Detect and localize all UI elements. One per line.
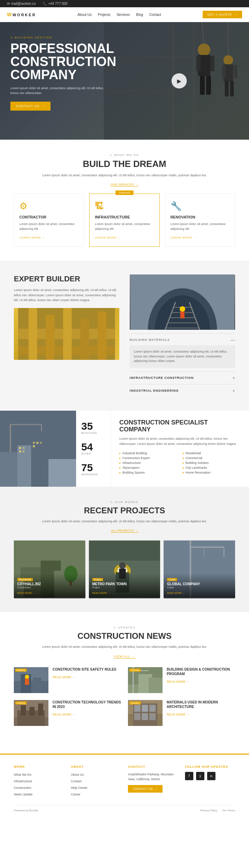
footer-news-updates[interactable]: News Update bbox=[14, 793, 33, 796]
news-read-4[interactable]: READ MORE → bbox=[167, 713, 190, 716]
nav-blog[interactable]: Blog bbox=[136, 13, 143, 17]
project-1-title: CITYHALL.BIZ bbox=[17, 582, 82, 586]
stats-title: CONSTRUCTION SPECIALIST COMPANY bbox=[119, 419, 240, 433]
news-title-4: MATERIALS USED IN MODERN ARCHITECTURE bbox=[167, 700, 235, 709]
stat-building-label: BUILDING bbox=[81, 431, 105, 435]
accordion-header-infrastructure[interactable]: INFRASTRUCTURE CONSTRUCTION + bbox=[130, 375, 235, 381]
nav-contact[interactable]: Contact bbox=[149, 13, 161, 17]
svg-rect-95 bbox=[38, 703, 43, 716]
news-desc: Lorem ipsum dolor sit amet, consectetur … bbox=[42, 644, 208, 649]
footer-link-item: Contact bbox=[71, 778, 121, 783]
stats-numbers: 35 BUILDING 54 SITES 75 WORKERS bbox=[76, 411, 111, 487]
svg-rect-57 bbox=[33, 445, 35, 447]
hero-cta-button[interactable]: CONTACT US → bbox=[10, 102, 50, 111]
project-2-title: METRO PARK TOWN bbox=[92, 582, 157, 586]
city-svg bbox=[0, 411, 76, 487]
footer-career[interactable]: Career bbox=[71, 793, 81, 796]
footer-link-item: About Us bbox=[71, 772, 121, 777]
hero-eyebrow: ◇ BUILDING SECTION bbox=[10, 36, 107, 39]
nav-projects[interactable]: Projects bbox=[98, 13, 110, 17]
accordion-header-industrial[interactable]: INDUSTRIAL ENGINEERING + bbox=[130, 388, 235, 393]
stats-city-img bbox=[0, 411, 76, 487]
infrastructure-icon: 🏗 bbox=[95, 201, 154, 212]
tunnel-svg bbox=[130, 274, 235, 330]
svg-rect-103 bbox=[142, 713, 148, 720]
svg-rect-52 bbox=[19, 450, 21, 452]
footer-contact-link[interactable]: Contact bbox=[71, 780, 82, 783]
footer-construction[interactable]: Construction bbox=[14, 786, 31, 790]
building-materials-desc: Lorem ipsum dolor sit amet, consectetur … bbox=[134, 349, 231, 364]
footer-what-we-do[interactable]: What We Do bbox=[14, 773, 31, 776]
svg-rect-100 bbox=[142, 705, 148, 712]
project-3-badge: Crane bbox=[167, 578, 177, 581]
hero-content: ◇ BUILDING SECTION PROFESSIONAL CONSTRUC… bbox=[0, 22, 118, 124]
footer-legal-links: Privacy Policy Our Terms bbox=[200, 809, 235, 812]
project-2-read-more[interactable]: READ MORE → bbox=[92, 592, 110, 594]
expert-right: BUILDING MATERIALS — Lorem ipsum dolor s… bbox=[130, 274, 235, 397]
stat-sites-label: SITES bbox=[81, 452, 105, 455]
service-card-renovation: 🔧 RENOVATION Lorem ipsum dolor sit amet,… bbox=[165, 194, 235, 247]
contractor-title: CONTRACTOR bbox=[19, 215, 79, 219]
renovation-title: RENOVATION bbox=[170, 215, 230, 219]
news-content-3: CONSTRUCTION TECHNOLOGY TRENDS IN 2023 R… bbox=[53, 700, 121, 726]
footer-social-icons: f y in bbox=[185, 772, 235, 780]
footer-powered-by: Powered by Bocidis. bbox=[14, 809, 39, 812]
play-button[interactable]: ▶ bbox=[172, 73, 187, 88]
list-item: ▸Commercial bbox=[183, 456, 241, 460]
news-read-3[interactable]: READ MORE → bbox=[53, 713, 76, 716]
view-all-link[interactable]: VIEW ALL → bbox=[113, 655, 135, 659]
view-all: VIEW ALL → bbox=[14, 654, 235, 659]
footer-col-work: WORK What We Do Infrastructure Construct… bbox=[14, 765, 64, 798]
footer-col-about: ABOUT About Us Contact Help Center Caree… bbox=[71, 765, 121, 798]
news-read-2[interactable]: READ MORE → bbox=[167, 680, 190, 683]
terms-link[interactable]: Our Terms bbox=[222, 809, 235, 812]
project-3-read-more[interactable]: READ MORE → bbox=[167, 592, 185, 594]
accordion-item-building-materials: BUILDING MATERIALS — Lorem ipsum dolor s… bbox=[130, 333, 235, 371]
eyebrow-icon: ◇ bbox=[10, 36, 13, 39]
infrastructure-desc: Lorem ipsum dolor sit amet, consectetur … bbox=[95, 222, 154, 231]
our-services-link[interactable]: OUR SERVICES → bbox=[111, 183, 139, 187]
footer-infrastructure[interactable]: Infrastructure bbox=[14, 780, 32, 783]
renovation-icon: 🔧 bbox=[170, 201, 230, 212]
footer-work-links: What We Do Infrastructure Construction N… bbox=[14, 772, 64, 796]
facebook-icon[interactable]: f bbox=[185, 772, 193, 780]
footer-about-links: About Us Contact Help Center Career bbox=[71, 772, 121, 796]
footer-contact-button[interactable]: CONTACT US → bbox=[128, 785, 163, 793]
svg-rect-87 bbox=[149, 678, 163, 693]
news-badge-2: Industry bbox=[129, 669, 141, 672]
list-item: ▸Building Solution bbox=[183, 461, 241, 465]
services-eyebrow: ◇ WHAT WE DO bbox=[14, 153, 235, 157]
nav-services[interactable]: Services bbox=[117, 13, 130, 17]
project-3-sub: Crane bbox=[167, 586, 232, 589]
accordion: BUILDING MATERIALS — Lorem ipsum dolor s… bbox=[130, 333, 235, 397]
accordion-header-building[interactable]: BUILDING MATERIALS — bbox=[130, 337, 235, 343]
project-1-read-more[interactable]: READ MORE → bbox=[17, 592, 35, 594]
nav-about[interactable]: About Us bbox=[77, 13, 92, 17]
footer-social-heading: FOLLOW OUR UPDATES bbox=[185, 765, 235, 768]
news-read-1[interactable]: READ MORE → bbox=[53, 675, 76, 679]
twitter-icon[interactable]: y bbox=[196, 772, 204, 780]
news-content-2: BUILDING DESIGN & CONSTRUCTION PROGRAM R… bbox=[167, 667, 235, 693]
footer-about-us[interactable]: About Us bbox=[71, 773, 84, 776]
project-2-badge: Project bbox=[92, 578, 103, 581]
building-materials-title: BUILDING MATERIALS bbox=[130, 338, 170, 342]
svg-rect-101 bbox=[149, 705, 156, 712]
linkedin-icon[interactable]: in bbox=[207, 772, 215, 780]
services-section: ◇ WHAT WE DO BUILD THE DREAM Lorem ipsum… bbox=[0, 140, 249, 261]
footer-work-heading: WORK bbox=[14, 765, 64, 768]
news-title-2: BUILDING DESIGN & CONSTRUCTION PROGRAM bbox=[167, 667, 235, 676]
contractor-learn-more[interactable]: LEARN MORE → bbox=[19, 236, 45, 239]
project-cards-grid: Residential CITYHALL.BIZ Construction RE… bbox=[14, 540, 235, 598]
infrastructure-learn-more[interactable]: LEARN MORE → bbox=[95, 236, 121, 239]
footer-help-center[interactable]: Help Center bbox=[71, 786, 87, 790]
accordion-plus-icon-2: + bbox=[232, 388, 235, 393]
svg-rect-104 bbox=[149, 713, 156, 720]
stats-list: ▸Industrial Building ▸Residential ▸Const… bbox=[119, 451, 240, 474]
svg-rect-83 bbox=[25, 679, 29, 685]
header-cta-button[interactable]: GET A QUOTE bbox=[203, 11, 242, 18]
news-content-4: MATERIALS USED IN MODERN ARCHITECTURE RE… bbox=[167, 700, 235, 726]
all-projects-button[interactable]: ALL PROJECTS → bbox=[111, 529, 138, 533]
phone-icon: 📞 bbox=[43, 2, 47, 6]
renovation-learn-more[interactable]: LEARN MORE → bbox=[170, 236, 196, 239]
privacy-policy-link[interactable]: Privacy Policy bbox=[200, 809, 217, 812]
